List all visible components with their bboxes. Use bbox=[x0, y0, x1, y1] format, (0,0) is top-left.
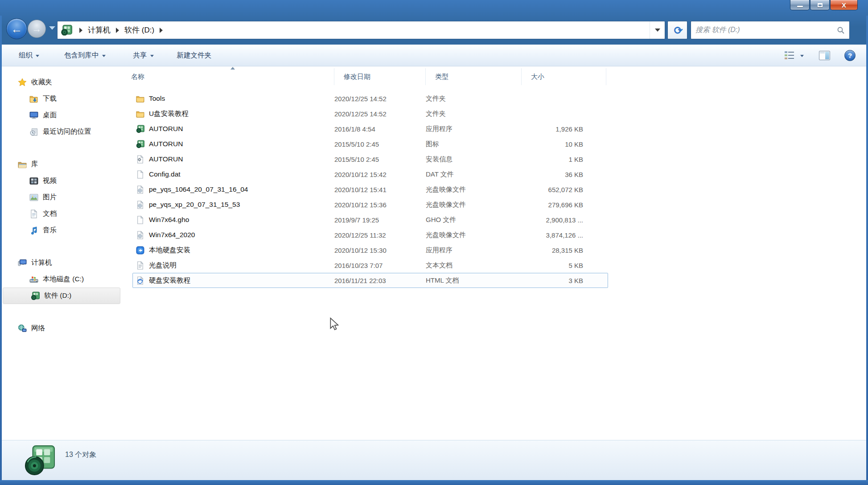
file-row[interactable]: AUTORUN2015/5/10 2:45图标10 KB bbox=[132, 136, 608, 152]
address-bar[interactable]: 计算机 软件 (D:) bbox=[57, 21, 665, 39]
new-folder-button[interactable]: 新建文件夹 bbox=[173, 48, 216, 63]
organize-button[interactable]: 组织 bbox=[14, 48, 44, 63]
file-row[interactable]: 光盘说明2016/10/23 7:07文本文档5 KB bbox=[132, 258, 608, 273]
column-header-date[interactable]: 修改日期 bbox=[334, 66, 425, 87]
include-label: 包含到库中 bbox=[64, 51, 99, 60]
refresh-button[interactable]: ⥁ bbox=[667, 21, 687, 39]
music-icon bbox=[29, 226, 38, 235]
sidebar-section-label: 收藏夹 bbox=[31, 78, 52, 87]
preview-pane-icon[interactable] bbox=[819, 51, 830, 60]
file-type: 光盘映像文件 bbox=[426, 231, 522, 239]
command-toolbar: 组织 包含到库中 共享 新建文件夹 ? bbox=[2, 45, 866, 66]
file-row[interactable]: U盘安装教程2020/12/25 14:52文件夹 bbox=[132, 106, 608, 121]
close-button[interactable]: X bbox=[830, 0, 858, 10]
breadcrumb-arrow-icon bbox=[116, 28, 119, 33]
file-name: pe_yqs_1064_20_07_31_16_04 bbox=[149, 185, 248, 193]
navigation-bar: ← → 计算机 软件 (D:) ⥁ 搜索 软件 (D:) bbox=[0, 16, 868, 45]
sidebar-item-video[interactable]: 视频 bbox=[2, 173, 121, 189]
search-box[interactable]: 搜索 软件 (D:) bbox=[691, 21, 850, 39]
file-row[interactable]: pe_yqs_xp_20_07_31_15_532020/10/12 15:36… bbox=[132, 197, 608, 212]
back-button[interactable]: ← bbox=[6, 18, 27, 39]
file-date: 2015/5/10 2:45 bbox=[334, 140, 426, 148]
doc-icon bbox=[136, 216, 144, 224]
file-type: GHO 文件 bbox=[426, 216, 522, 224]
autorun-icon bbox=[136, 125, 144, 133]
recent-icon bbox=[29, 127, 38, 136]
discimg-icon bbox=[136, 201, 144, 209]
file-name: Tools bbox=[149, 95, 165, 103]
sidebar-item-label: 文档 bbox=[43, 209, 57, 218]
network-icon bbox=[18, 324, 27, 333]
file-row[interactable]: 硬盘安装教程2016/11/21 22:03HTML 文档3 KB bbox=[132, 273, 608, 288]
views-dropdown-icon[interactable] bbox=[800, 55, 804, 57]
new-folder-label: 新建文件夹 bbox=[177, 51, 212, 60]
sidebar-item-recent[interactable]: 最近访问的位置 bbox=[2, 123, 121, 140]
window-border-right bbox=[866, 16, 868, 485]
download-icon bbox=[29, 95, 38, 103]
sidebar-item-document[interactable]: 文档 bbox=[2, 206, 121, 222]
chevron-down-icon bbox=[36, 55, 39, 57]
file-date: 2020/10/12 15:42 bbox=[334, 171, 426, 178]
column-header-type[interactable]: 类型 bbox=[425, 66, 521, 87]
file-type: 安装信息 bbox=[426, 155, 522, 164]
file-date: 2016/11/21 22:03 bbox=[334, 277, 426, 284]
breadcrumb-arrow-icon bbox=[79, 28, 82, 33]
column-header-size[interactable]: 大小 bbox=[521, 66, 606, 87]
picture-icon bbox=[29, 193, 38, 202]
column-header-name[interactable]: 名称 bbox=[121, 66, 334, 87]
sidebar-section-3[interactable]: 网络 bbox=[2, 320, 121, 337]
forward-button[interactable]: → bbox=[28, 20, 46, 38]
window-border-left bbox=[0, 16, 2, 485]
sidebar-item-label: 图片 bbox=[43, 193, 57, 202]
file-row[interactable]: Config.dat2020/10/12 15:42DAT 文件36 KB bbox=[132, 167, 608, 182]
refresh-icon: ⥁ bbox=[672, 25, 683, 34]
sidebar-section-1[interactable]: 库 bbox=[2, 156, 121, 173]
green-installer-disc-icon bbox=[24, 445, 55, 476]
file-date: 2019/9/7 19:25 bbox=[334, 216, 426, 224]
breadcrumb-arrow-icon[interactable] bbox=[160, 28, 163, 33]
file-row[interactable]: 本地硬盘安装2020/10/12 15:30应用程序28,315 KB bbox=[132, 242, 608, 258]
share-button[interactable]: 共享 bbox=[129, 48, 158, 63]
breadcrumb-computer[interactable]: 计算机 bbox=[88, 25, 111, 35]
file-row[interactable]: AUTORUN2016/1/8 4:54应用程序1,926 KB bbox=[132, 121, 608, 136]
sidebar-item-diskc[interactable]: 本地磁盘 (C:) bbox=[2, 271, 121, 288]
file-row[interactable]: pe_yqs_1064_20_07_31_16_042020/10/12 15:… bbox=[132, 182, 608, 197]
computer-icon bbox=[18, 259, 27, 267]
minimize-button[interactable] bbox=[790, 0, 810, 10]
back-arrow-icon: ← bbox=[11, 23, 23, 35]
sidebar-section-label: 计算机 bbox=[31, 258, 52, 267]
restore-button[interactable] bbox=[810, 0, 830, 10]
file-size: 1 KB bbox=[522, 156, 606, 163]
breadcrumb-drive-d[interactable]: 软件 (D:) bbox=[124, 25, 154, 35]
file-row[interactable]: Win7x64.gho2019/9/7 19:25GHO 文件2,900,813… bbox=[132, 212, 608, 227]
sidebar-item-download[interactable]: 下载 bbox=[2, 90, 121, 107]
recent-pages-chevron-icon[interactable] bbox=[49, 26, 55, 30]
sidebar-item-desktop[interactable]: 桌面 bbox=[2, 107, 121, 123]
window-border-bottom bbox=[0, 480, 868, 485]
sidebar-item-picture[interactable]: 图片 bbox=[2, 189, 121, 206]
help-icon[interactable]: ? bbox=[844, 50, 856, 61]
file-date: 2020/10/12 15:41 bbox=[334, 186, 426, 193]
folder-icon bbox=[136, 110, 144, 118]
discimg-icon bbox=[136, 231, 144, 239]
sidebar-item-music[interactable]: 音乐 bbox=[2, 222, 121, 238]
document-icon bbox=[29, 210, 38, 218]
file-row[interactable]: Tools2020/12/25 14:52文件夹 bbox=[132, 91, 608, 106]
sidebar-section-2[interactable]: 计算机 bbox=[2, 255, 121, 271]
file-name: AUTORUN bbox=[149, 125, 183, 133]
sidebar-section-0[interactable]: 收藏夹 bbox=[2, 74, 121, 90]
address-dropdown-button[interactable] bbox=[650, 21, 665, 39]
file-size: 3 KB bbox=[522, 277, 606, 284]
include-in-library-button[interactable]: 包含到库中 bbox=[60, 48, 110, 63]
details-pane: 13 个对象 bbox=[2, 440, 866, 480]
minimize-icon bbox=[797, 6, 803, 7]
sidebar-item-diskd[interactable]: 软件 (D:) bbox=[3, 288, 120, 304]
file-row[interactable]: AUTORUN2015/5/10 2:45安装信息1 KB bbox=[132, 152, 608, 167]
file-row[interactable]: Win7x64_20202020/12/25 11:32光盘映像文件3,874,… bbox=[132, 227, 608, 242]
search-icon bbox=[837, 26, 845, 34]
views-icon[interactable] bbox=[784, 50, 795, 60]
autorun-icon bbox=[136, 140, 144, 148]
library-icon bbox=[18, 160, 27, 169]
file-type: 应用程序 bbox=[426, 125, 522, 133]
file-size: 10 KB bbox=[522, 140, 606, 148]
